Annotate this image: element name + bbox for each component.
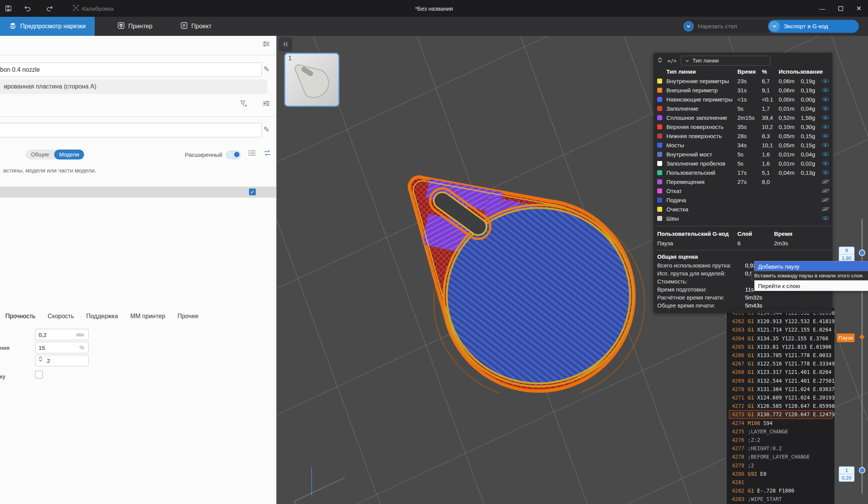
menu-item-add-pause[interactable]: Добавить паузу (755, 261, 868, 271)
visibility-eye-icon[interactable] (822, 106, 829, 110)
gcode-line[interactable]: 4268G1 X123.317 Y121.401 E.0264 (729, 368, 834, 376)
wall-count-input[interactable] (35, 355, 89, 366)
spinner-arrows[interactable] (38, 356, 43, 362)
collapse-panel-icon[interactable] (657, 57, 663, 64)
visibility-eye-icon[interactable] (822, 189, 829, 193)
gcode-viewer-panel[interactable]: 4261G1 X134.944 Y122.532 E.020984262G1 X… (727, 307, 834, 504)
gcode-text: G1 X126.585 Y120.647 E.05998 (748, 402, 834, 410)
gcode-line[interactable]: 4274M106 S94 (729, 419, 834, 427)
gcode-line[interactable]: 4263G1 X121.714 Y122.155 E.0264 (729, 325, 834, 334)
plate-thumbnail[interactable]: 1 (284, 53, 339, 107)
sidebar-collapse-handle[interactable] (279, 37, 292, 51)
gcode-line[interactable]: 4283;WIPE_START (729, 495, 834, 503)
line-type-time: 17s (737, 169, 762, 176)
close-button[interactable]: ✕ (850, 0, 868, 17)
slice-plate-button[interactable]: Нарезать стол (682, 20, 771, 33)
gcode-line[interactable]: 4262G1 X120.913 Y122.532 E.41819 (729, 317, 834, 325)
process-tab[interactable]: Прочность (5, 313, 36, 320)
slice-dropdown-chevron-icon[interactable] (683, 21, 694, 32)
gcode-line[interactable]: 4265G1 X133.81 Y121.813 E.01906 (729, 343, 834, 351)
export-gcode-button[interactable]: Экспорт в G-код (768, 20, 859, 33)
redo-icon[interactable] (45, 4, 54, 13)
view-type-dropdown[interactable]: Тип линии (681, 56, 770, 66)
scope-general-option[interactable]: Общие (26, 150, 54, 159)
filament-add-icon[interactable] (239, 100, 247, 109)
visibility-eye-icon[interactable] (822, 143, 829, 147)
gcode-line[interactable]: 4279;2 (729, 461, 834, 470)
line-color-swatch (657, 97, 662, 102)
undo-icon[interactable] (23, 4, 32, 13)
edit-printer-icon[interactable]: ✎ (263, 65, 270, 74)
tune-icon[interactable] (262, 40, 270, 49)
advanced-toggle[interactable] (226, 151, 241, 159)
object-list-header[interactable] (0, 187, 276, 198)
visibility-eye-icon[interactable] (822, 161, 829, 165)
gcode-line[interactable]: 4275;LAYER_CHANGE (729, 427, 834, 436)
object-checkbox[interactable]: ✓ (249, 188, 256, 195)
tab-slice-preview[interactable]: Предпросмотр нарезки (0, 17, 95, 36)
tab-printer[interactable]: Принтер (108, 17, 162, 36)
process-profile-input[interactable] (0, 123, 262, 137)
visibility-eye-icon[interactable] (822, 216, 829, 220)
line-color-swatch (657, 198, 662, 203)
calibration-tab[interactable]: Калибровка (67, 0, 119, 17)
layer-slider-top-handle[interactable] (859, 250, 865, 256)
maximize-button[interactable] (831, 0, 850, 17)
process-tab[interactable]: Скорость (48, 313, 74, 320)
gcode-line[interactable]: 4264G1 X134.35 Y122.155 E.3766 (729, 334, 834, 343)
gcode-line[interactable]: 4272G1 X126.585 Y120.647 E.05998 (729, 402, 834, 410)
legend-column-header: Тип линии Время % Использование (653, 66, 832, 76)
printer-profile-input[interactable] (0, 63, 262, 77)
visibility-eye-icon[interactable] (822, 97, 829, 101)
process-tab[interactable]: ММ принтер (130, 313, 165, 320)
save-icon[interactable] (4, 4, 13, 13)
line-type-name: Заполнение (666, 105, 737, 112)
gcode-line[interactable]: 4277;HEIGHT:0.2 (729, 444, 834, 452)
gcode-line[interactable]: 4281 (729, 478, 834, 486)
tab-project[interactable]: Проект (171, 17, 221, 36)
gcode-line[interactable]: 4282G1 E-.728 F1800 (729, 486, 834, 495)
visibility-eye-icon[interactable] (822, 79, 829, 83)
plate-type-field[interactable]: ированная пластина (сторона А) (0, 79, 267, 94)
visibility-eye-icon[interactable] (822, 152, 829, 156)
process-tab[interactable]: Прочее (178, 313, 199, 320)
menu-item-jump-to-layer[interactable]: Перейти к слою (755, 281, 868, 291)
visibility-eye-icon[interactable] (822, 180, 829, 184)
calibration-icon (73, 5, 79, 12)
process-tab[interactable]: Поддержка (86, 313, 118, 320)
viewport-3d[interactable]: 1 (276, 36, 868, 504)
minimize-button[interactable]: — (813, 0, 831, 17)
gcode-line[interactable]: 4280G92 E0 (729, 470, 834, 478)
gcode-line[interactable]: 4271G1 X124.609 Y121.024 E.20193 (729, 393, 834, 402)
visibility-eye-icon[interactable] (822, 88, 829, 92)
option-checkbox[interactable] (35, 371, 43, 378)
visibility-eye-icon[interactable] (822, 207, 829, 211)
sliced-model[interactable] (390, 164, 649, 393)
export-dropdown-chevron-icon[interactable] (769, 21, 780, 32)
filament-settings-icon[interactable] (262, 100, 270, 108)
layer-slider-track[interactable] (862, 219, 863, 494)
layer-slider-bottom-handle[interactable] (859, 467, 865, 473)
visibility-eye-icon[interactable] (822, 125, 829, 129)
gcode-line[interactable]: 4267G1 X122.516 Y121.778 E.33349 (729, 359, 834, 368)
edit-process-icon[interactable]: ✎ (263, 125, 270, 134)
scope-models-option[interactable]: Модели (54, 150, 84, 159)
gcode-line[interactable]: 4273G1 X130.772 Y120.647 E.12479 (729, 410, 832, 419)
list-view-icon[interactable] (248, 150, 256, 158)
hint-text: астины, модели или части модели. (3, 167, 96, 174)
summary-title: Общая оценка (653, 250, 832, 261)
visibility-eye-icon[interactable] (822, 116, 829, 119)
gcode-view-icon[interactable]: </> (668, 58, 676, 64)
gcode-line[interactable]: 4276;Z:2 (729, 436, 834, 444)
gcode-line[interactable]: 4278;BEFORE_LAYER_CHANGE (729, 452, 834, 461)
transfer-settings-icon[interactable] (263, 150, 271, 158)
gcode-line[interactable]: 4266G1 X133.705 Y121.778 E.0033 (729, 351, 834, 359)
gcode-line[interactable]: 4269G1 X132.544 Y121.401 E.27501 (729, 377, 834, 385)
gcode-line[interactable]: 4270G1 X131.384 Y121.024 E.03637 (729, 385, 834, 393)
custom-gcode-header: Пользовательский G-код Слой Время (653, 226, 832, 238)
visibility-eye-icon[interactable] (822, 134, 829, 138)
visibility-eye-icon[interactable] (822, 171, 829, 174)
pause-marker-badge[interactable]: Пауза (837, 333, 855, 342)
gcode-line-number: 4272 (729, 402, 744, 410)
visibility-eye-icon[interactable] (822, 198, 829, 202)
